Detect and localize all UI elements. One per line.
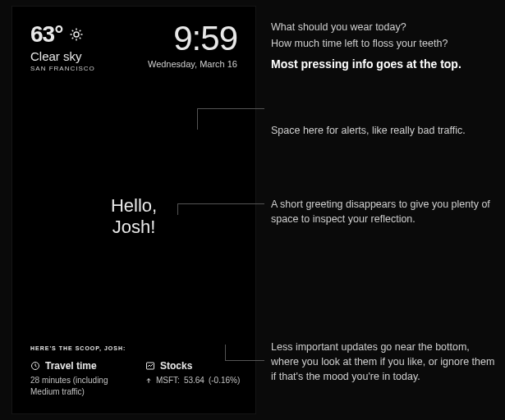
svg-point-0 xyxy=(74,32,79,37)
travel-body: 28 minutes (including Medium traffic) xyxy=(30,375,121,397)
callout-text: Space here for alerts, like really bad t… xyxy=(271,123,497,138)
clock-block: 9:59 Wednesday, March 16 xyxy=(148,21,237,69)
callout-greeting: A short greeting disappears to give you … xyxy=(271,197,497,228)
bottom-row: Travel time 28 minutes (including Medium… xyxy=(30,360,237,397)
greeting: Hello, Josh! xyxy=(12,195,255,239)
svg-line-7 xyxy=(72,38,74,39)
clock-time: 9:59 xyxy=(148,21,237,56)
travel-block: Travel time 28 minutes (including Medium… xyxy=(30,360,121,397)
callout-alerts: Space here for alerts, like really bad t… xyxy=(271,123,497,139)
stock-price: 53.64 xyxy=(184,375,204,386)
callout-text: How much time left to floss your teeth? xyxy=(271,36,497,51)
callout-text: A short greeting disappears to give you … xyxy=(271,197,497,226)
svg-line-8 xyxy=(80,30,81,32)
clock-icon xyxy=(30,361,40,371)
weather-block: 63° Clear sky SAN FRANCISCO xyxy=(30,21,95,72)
mirror-panel: 63° Clear sky SAN FRANCISCO 9:59 Wednesd… xyxy=(11,6,256,414)
weather-condition: Clear sky xyxy=(30,49,95,63)
top-row: 63° Clear sky SAN FRANCISCO 9:59 Wednesd… xyxy=(30,21,237,72)
stock-change: (-0.16%) xyxy=(209,375,240,386)
callouts-column: What should you wear today? How much tim… xyxy=(256,0,505,420)
callout-text: What should you wear today? xyxy=(271,20,497,34)
stocks-title: Stocks xyxy=(160,360,192,372)
callout-bottom: Less important updates go near the botto… xyxy=(271,340,497,386)
stock-symbol: MSFT: xyxy=(156,375,180,386)
callout-bold: Most pressing info goes at the top. xyxy=(271,56,497,72)
stocks-block: Stocks MSFT: 53.64 (-0.16%) xyxy=(145,360,236,397)
sun-icon xyxy=(69,27,84,42)
travel-title: Travel time xyxy=(45,360,97,372)
callout-text: Less important updates go near the botto… xyxy=(271,340,497,384)
clock-date: Wednesday, March 16 xyxy=(148,59,237,69)
scoop-label: HERE'S THE SCOOP, JOSH: xyxy=(30,345,126,351)
callout-top: What should you wear today? How much tim… xyxy=(271,20,497,75)
weather-city: SAN FRANCISCO xyxy=(30,65,95,72)
svg-line-5 xyxy=(72,30,74,32)
chart-icon xyxy=(145,361,155,371)
greeting-line2: Josh! xyxy=(12,217,255,238)
greeting-line1: Hello, xyxy=(12,195,255,217)
svg-line-6 xyxy=(80,38,81,39)
arrow-up-icon xyxy=(145,377,152,384)
weather-temp: 63° xyxy=(30,21,62,48)
